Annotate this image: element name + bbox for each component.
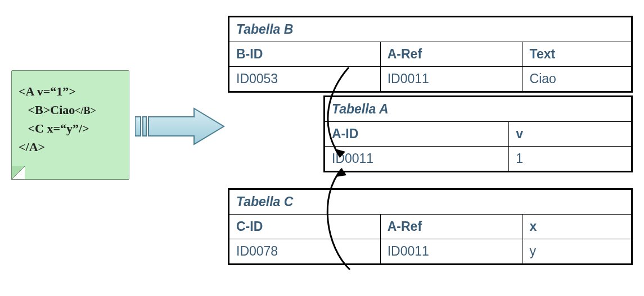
table-row: ID0078 ID0011 y — [229, 239, 631, 263]
table-c-header-aref: A-Ref — [380, 215, 523, 239]
xml-line-4: </A> — [19, 140, 45, 154]
table-c-header-cid: C-ID — [229, 215, 380, 239]
xml-line-2-text: Ciao — [50, 103, 75, 117]
xml-snippet: <A v=“1”> <B>Ciao</B> <C x=“y”/> </A> — [19, 82, 123, 156]
table-a-cell-v: 1 — [508, 147, 631, 171]
xml-line-1: <A v=“1”> — [19, 84, 76, 98]
table-a-title: Tabella A — [325, 97, 631, 121]
xml-note: <A v=“1”> <B>Ciao</B> <C x=“y”/> </A> — [11, 70, 129, 180]
table-c-cell-aref: ID0011 — [380, 239, 523, 263]
xml-line-3: <C x=“y”/> — [19, 121, 89, 135]
table-b-header-aref: A-Ref — [380, 42, 523, 66]
table-b-cell-aref: ID0011 — [380, 67, 523, 91]
table-a: Tabella A A-ID v ID0011 1 — [323, 95, 633, 172]
svg-marker-2 — [148, 108, 224, 144]
table-c-cell-cid: ID0078 — [229, 239, 380, 263]
table-c-title: Tabella C — [229, 190, 631, 214]
table-row: ID0053 ID0011 Ciao — [229, 66, 631, 91]
table-row: ID0011 1 — [325, 146, 631, 171]
table-a-header-v: v — [508, 122, 631, 146]
svg-rect-0 — [135, 117, 141, 136]
xml-line-2-close: </B> — [75, 105, 96, 116]
table-b-title: Tabella B — [229, 17, 631, 42]
xml-line-2-open: <B> — [19, 103, 50, 117]
table-b-header-bid: B-ID — [229, 42, 380, 66]
table-b-cell-bid: ID0053 — [229, 67, 380, 91]
table-a-cell-aid: ID0011 — [325, 147, 508, 171]
table-b-cell-text: Ciao — [523, 67, 631, 91]
svg-rect-1 — [143, 117, 146, 136]
table-b: Tabella B B-ID A-Ref Text ID0053 ID0011 … — [228, 16, 633, 93]
table-a-header-aid: A-ID — [325, 122, 508, 146]
table-b-header-text: Text — [523, 42, 631, 66]
table-c-cell-x: y — [523, 239, 631, 263]
arrow-icon — [135, 107, 225, 146]
table-c: Tabella C C-ID A-Ref x ID0078 ID0011 y — [228, 188, 633, 265]
table-c-header-x: x — [523, 215, 631, 239]
